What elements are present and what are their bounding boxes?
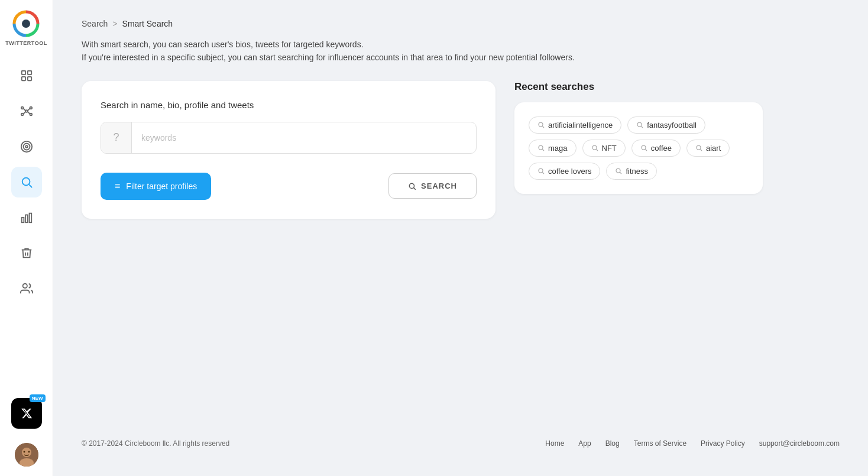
footer: © 2017-2024 Circleboom llc. All rights r… bbox=[82, 416, 840, 457]
keyword-input[interactable] bbox=[132, 122, 476, 153]
avatar-image bbox=[15, 443, 38, 467]
footer-link[interactable]: App bbox=[578, 439, 591, 448]
sidebar-item-analytics[interactable] bbox=[11, 202, 42, 233]
x-button-wrapper: NEW bbox=[11, 398, 42, 429]
search-tag[interactable]: maga bbox=[529, 140, 576, 157]
sidebar-item-dashboard[interactable] bbox=[11, 60, 42, 91]
breadcrumb-separator: > bbox=[112, 19, 117, 28]
tag-search-icon bbox=[615, 167, 622, 174]
footer-links: HomeAppBlogTerms of ServicePrivacy Polic… bbox=[545, 439, 840, 448]
footer-link[interactable]: Blog bbox=[605, 439, 620, 448]
avatar-area bbox=[15, 443, 38, 467]
svg-point-31 bbox=[539, 122, 543, 127]
target-icon bbox=[20, 140, 33, 153]
svg-point-43 bbox=[539, 169, 543, 173]
description-line2: If you're interested in a specific subje… bbox=[82, 51, 840, 64]
search-tag[interactable]: coffee bbox=[631, 140, 681, 157]
recent-searches-title: Recent searches bbox=[514, 81, 763, 93]
svg-line-14 bbox=[27, 112, 30, 114]
tag-search-icon bbox=[537, 121, 545, 128]
tag-search-icon bbox=[591, 144, 598, 151]
svg-line-30 bbox=[414, 187, 416, 189]
svg-line-44 bbox=[542, 173, 544, 174]
grid-icon bbox=[20, 69, 33, 82]
svg-point-27 bbox=[23, 451, 25, 453]
bar-chart-icon bbox=[20, 211, 33, 224]
footer-link[interactable]: support@circleboom.com bbox=[759, 439, 840, 448]
search-tag[interactable]: fantasyfootball bbox=[627, 116, 705, 134]
tag-search-icon bbox=[537, 144, 545, 151]
svg-line-46 bbox=[620, 173, 622, 174]
app-name: TWITTERTOOL bbox=[5, 40, 47, 46]
svg-line-13 bbox=[23, 112, 25, 114]
svg-line-42 bbox=[700, 150, 702, 151]
search-tag[interactable]: aiart bbox=[686, 140, 730, 157]
tag-label: artificialintelligence bbox=[548, 121, 613, 129]
svg-line-19 bbox=[29, 184, 32, 187]
sidebar-item-targeting[interactable] bbox=[11, 131, 42, 162]
tag-label: NFT bbox=[602, 144, 617, 153]
recent-searches-panel: Recent searches artificialintelligence f… bbox=[514, 81, 763, 194]
svg-point-18 bbox=[22, 178, 30, 186]
search-button-icon bbox=[408, 182, 416, 190]
recent-searches-card: artificialintelligence fantasyfootball m… bbox=[514, 102, 763, 194]
svg-line-11 bbox=[23, 108, 25, 111]
svg-point-39 bbox=[642, 145, 646, 150]
user-avatar[interactable] bbox=[15, 443, 38, 467]
footer-link[interactable]: Home bbox=[545, 439, 564, 448]
filter-icon: ≡ bbox=[115, 181, 120, 192]
search-tag[interactable]: NFT bbox=[582, 140, 626, 157]
search-button-label: SEARCH bbox=[421, 182, 457, 190]
tag-label: aiart bbox=[706, 144, 721, 153]
sidebar-item-audience[interactable] bbox=[11, 273, 42, 304]
question-mark-icon-box: ? bbox=[101, 122, 132, 153]
svg-line-38 bbox=[596, 150, 598, 151]
svg-line-32 bbox=[542, 127, 544, 128]
x-twitter-button[interactable] bbox=[11, 398, 42, 429]
page-description: With smart search, you can search user's… bbox=[82, 38, 840, 64]
trash-icon bbox=[20, 247, 33, 260]
app-logo bbox=[12, 9, 40, 38]
tag-search-icon bbox=[640, 144, 647, 151]
search-card: Search in name, bio, profile and tweets … bbox=[82, 81, 495, 219]
x-icon bbox=[21, 407, 33, 419]
tag-label: coffee bbox=[651, 144, 672, 153]
svg-rect-22 bbox=[29, 213, 31, 223]
tags-container: artificialintelligence fantasyfootball m… bbox=[529, 116, 749, 180]
tag-label: maga bbox=[548, 144, 568, 153]
search-tag[interactable]: artificialintelligence bbox=[529, 116, 621, 134]
footer-link[interactable]: Terms of Service bbox=[634, 439, 686, 448]
new-badge: NEW bbox=[30, 394, 46, 402]
search-tag[interactable]: fitness bbox=[606, 163, 657, 180]
description-line1: With smart search, you can search user's… bbox=[82, 38, 840, 51]
tag-search-icon bbox=[636, 121, 643, 128]
svg-point-41 bbox=[697, 145, 701, 150]
filter-button[interactable]: ≡ Filter target profiles bbox=[101, 173, 211, 200]
main-content: Search > Smart Search With smart search,… bbox=[53, 0, 868, 476]
svg-line-40 bbox=[645, 150, 647, 151]
footer-link[interactable]: Privacy Policy bbox=[701, 439, 745, 448]
tag-label: coffee lovers bbox=[548, 167, 591, 176]
svg-line-36 bbox=[542, 150, 544, 151]
breadcrumb-parent[interactable]: Search bbox=[82, 19, 108, 28]
svg-rect-20 bbox=[21, 218, 24, 222]
sidebar: TWITTERTOOL bbox=[0, 0, 53, 476]
content-row: Search in name, bio, profile and tweets … bbox=[82, 81, 840, 416]
svg-point-8 bbox=[30, 107, 32, 109]
svg-point-10 bbox=[30, 114, 32, 116]
search-card-title: Search in name, bio, profile and tweets bbox=[101, 100, 477, 110]
filter-button-label: Filter target profiles bbox=[126, 182, 197, 191]
svg-rect-4 bbox=[21, 77, 25, 80]
sidebar-item-delete[interactable] bbox=[11, 238, 42, 268]
sidebar-item-search[interactable] bbox=[11, 167, 42, 197]
copyright: © 2017-2024 Circleboom llc. All rights r… bbox=[82, 439, 229, 448]
sidebar-item-network[interactable] bbox=[11, 96, 42, 127]
search-button[interactable]: SEARCH bbox=[388, 173, 477, 199]
svg-rect-21 bbox=[25, 215, 28, 222]
action-row: ≡ Filter target profiles SEARCH bbox=[101, 173, 477, 200]
search-input-row: ? bbox=[101, 122, 477, 154]
svg-point-16 bbox=[23, 144, 30, 150]
search-icon bbox=[20, 176, 33, 189]
svg-point-23 bbox=[22, 284, 27, 288]
search-tag[interactable]: coffee lovers bbox=[529, 163, 600, 180]
